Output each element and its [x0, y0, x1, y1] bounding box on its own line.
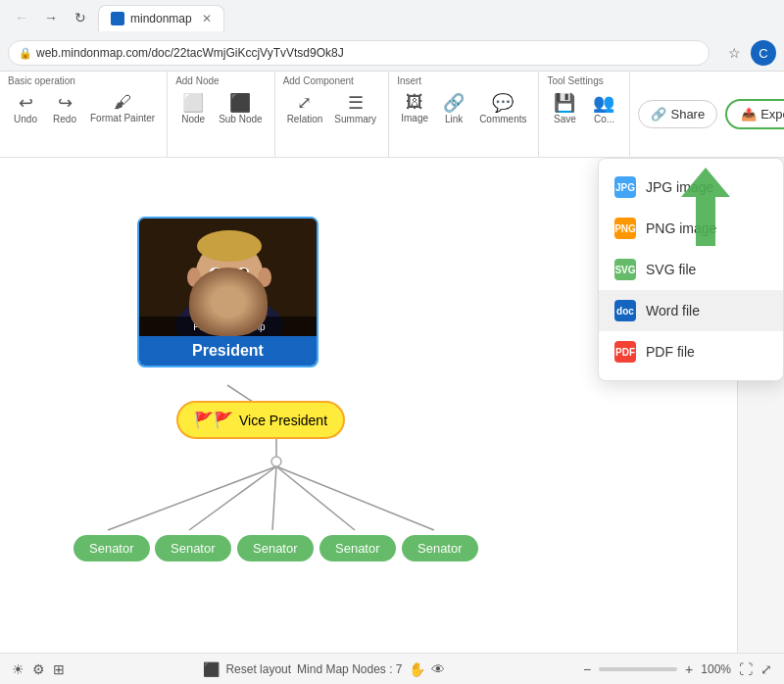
app-toolbar: Basic operation ↩ Undo ↪ Redo 🖌 Format P…: [0, 72, 784, 158]
svg-line-4: [272, 466, 276, 530]
redo-button[interactable]: ↪ Redo: [47, 90, 82, 126]
bookmark-button[interactable]: ☆: [721, 40, 747, 66]
sub-node-label: Sub Node: [219, 114, 262, 124]
tab-close-button[interactable]: ✕: [202, 12, 212, 25]
svg-rect-21: [139, 317, 317, 336]
fullscreen-button[interactable]: ⤢: [760, 661, 772, 677]
reset-layout-icon[interactable]: ⬛: [203, 661, 220, 677]
president-label: President: [139, 336, 317, 366]
senator-node-3[interactable]: Senator: [237, 535, 314, 562]
image-label: Image: [401, 113, 428, 123]
format-painter-button[interactable]: 🖌 Format Painter: [86, 90, 159, 125]
fit-to-screen-button[interactable]: ⛶: [739, 661, 753, 677]
svg-point-13: [197, 230, 262, 262]
co-button[interactable]: 👥 Co...: [586, 90, 621, 126]
refresh-button[interactable]: ↻: [67, 4, 94, 31]
tab-favicon: [111, 12, 124, 25]
vp-node[interactable]: 🚩🚩 Vice President: [176, 401, 345, 439]
svg-marker-11: [223, 289, 235, 312]
tab-title: mindonmap: [130, 12, 192, 25]
summary-label: Summary: [334, 114, 376, 124]
save-button[interactable]: 💾 Save: [547, 90, 582, 126]
share-button[interactable]: 🔗 Share: [638, 100, 717, 128]
nav-buttons: ← → ↻: [8, 4, 94, 31]
sub-node-button[interactable]: ⬛ Sub Node: [215, 90, 266, 126]
svg-point-17: [241, 269, 247, 274]
president-photo: President Trump: [139, 219, 317, 336]
image-button[interactable]: 🖼 Image: [397, 90, 432, 125]
export-word-option[interactable]: doc Word file: [599, 290, 783, 331]
export-png-option[interactable]: PNG PNG image: [599, 208, 783, 249]
back-button[interactable]: ←: [8, 4, 35, 31]
export-label: Export: [760, 107, 784, 122]
senator-node-4[interactable]: Senator: [319, 535, 396, 562]
save-label: Save: [554, 114, 576, 124]
svg-point-7: [271, 457, 281, 466]
toolbar-right: 🔗 Share 📤 Export: [630, 72, 784, 157]
svg-line-6: [276, 466, 434, 530]
settings-icon[interactable]: ⚙: [32, 661, 45, 677]
svg-point-18: [224, 278, 234, 284]
node-button[interactable]: ⬜ Node: [175, 90, 211, 126]
svg-line-3: [189, 466, 276, 530]
senator-node-1[interactable]: Senator: [74, 535, 150, 562]
profile-button[interactable]: C: [751, 40, 776, 66]
svg-point-14: [210, 268, 221, 275]
basic-operation-section: Basic operation ↩ Undo ↪ Redo 🖌 Format P…: [0, 72, 168, 157]
pdf-icon: PDF: [614, 341, 636, 363]
zoom-out-button[interactable]: −: [583, 661, 591, 677]
relation-button[interactable]: ⤢ Relation: [283, 90, 327, 126]
share-label: Share: [670, 107, 705, 122]
eye-icon[interactable]: 👁: [431, 661, 445, 677]
co-label: Co...: [594, 114, 614, 124]
add-component-section: Add Component ⤢ Relation ☰ Summary: [275, 72, 390, 157]
share-icon: 🔗: [651, 107, 666, 122]
png-label: PNG image: [646, 220, 716, 236]
president-node[interactable]: President Trump President: [137, 217, 318, 367]
undo-label: Undo: [14, 114, 37, 124]
svg-icon: SVG: [614, 259, 636, 280]
grid-icon[interactable]: ⊞: [53, 661, 65, 677]
address-bar[interactable]: 🔒 web.mindonmap.com/doc/22tacWmjGiKccjVy…: [8, 40, 710, 66]
browser-wrapper: ← → ↻ mindonmap ✕ 🔒 web.mindonmap.com/do…: [0, 0, 784, 684]
export-pdf-option[interactable]: PDF PDF file: [599, 331, 783, 372]
add-node-section: Add Node ⬜ Node ⬛ Sub Node: [168, 72, 274, 157]
browser-chrome: ← → ↻ mindonmap ✕ 🔒 web.mindonmap.com/do…: [0, 0, 784, 72]
tool-settings-label: Tool Settings: [547, 75, 603, 86]
add-component-label: Add Component: [283, 75, 354, 86]
export-jpg-option[interactable]: JPG JPG image: [599, 167, 783, 208]
status-left: ☀ ⚙ ⊞: [12, 661, 65, 677]
senator-node-5[interactable]: Senator: [402, 535, 478, 562]
theme-toggle-icon[interactable]: ☀: [12, 661, 24, 677]
link-button[interactable]: 🔗 Link: [436, 90, 471, 126]
add-node-label: Add Node: [175, 75, 219, 86]
undo-icon: ↩: [19, 92, 33, 114]
reset-layout-label: Reset layout: [225, 662, 291, 676]
svg-point-20: [258, 268, 271, 287]
vp-label: Vice President: [239, 413, 327, 428]
senator-node-2[interactable]: Senator: [155, 535, 231, 562]
hand-tool-icon[interactable]: ✋: [409, 661, 425, 677]
add-component-buttons: ⤢ Relation ☰ Summary: [283, 90, 381, 153]
svg-text:President Trump: President Trump: [193, 321, 266, 332]
browser-actions: ☆ C: [721, 40, 776, 66]
node-label: Node: [181, 114, 205, 124]
zoom-slider[interactable]: [599, 667, 677, 671]
export-svg-option[interactable]: SVG SVG file: [599, 249, 783, 290]
forward-button[interactable]: →: [37, 4, 65, 31]
relation-label: Relation: [287, 114, 323, 124]
zoom-in-button[interactable]: +: [685, 661, 693, 677]
export-button[interactable]: 📤 Export: [725, 99, 784, 129]
comments-button[interactable]: 💬 Comments: [475, 90, 530, 126]
comments-icon: 💬: [492, 92, 514, 114]
summary-button[interactable]: ☰ Summary: [330, 90, 380, 126]
image-icon: 🖼: [406, 92, 423, 113]
basic-operation-buttons: ↩ Undo ↪ Redo 🖌 Format Painter: [8, 90, 159, 153]
active-tab[interactable]: mindonmap ✕: [98, 5, 224, 31]
undo-button[interactable]: ↩ Undo: [8, 90, 43, 126]
pdf-label: PDF file: [646, 344, 695, 360]
redo-icon: ↪: [58, 92, 73, 114]
svg-point-19: [187, 268, 201, 287]
canvas-area[interactable]: President Trump President 🚩🚩 Vice Presid…: [0, 158, 784, 684]
status-bar: ☀ ⚙ ⊞ ⬛ Reset layout Mind Map Nodes : 7 …: [0, 653, 784, 684]
